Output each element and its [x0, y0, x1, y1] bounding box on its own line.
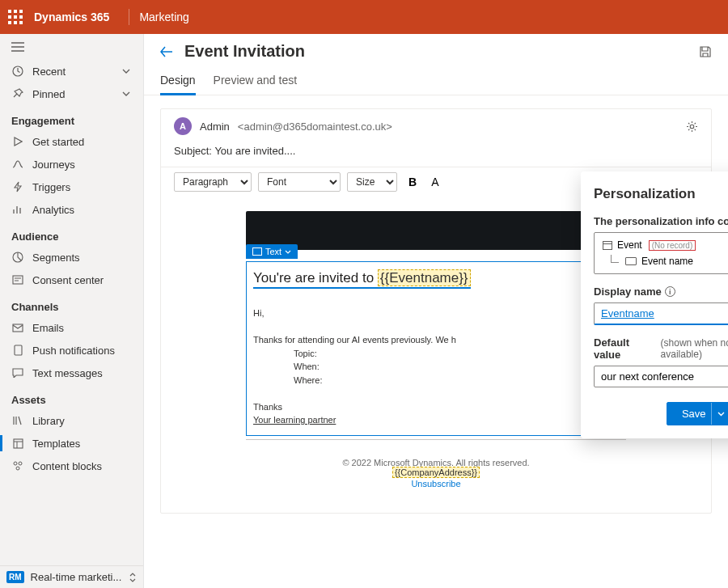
nav-recent[interactable]: Recent: [0, 60, 143, 82]
svg-point-26: [14, 462, 17, 465]
svg-point-27: [19, 462, 22, 465]
size-select[interactable]: Size: [347, 172, 397, 192]
svg-rect-8: [19, 21, 23, 24]
svg-rect-5: [19, 15, 23, 19]
font-color-button[interactable]: A: [428, 176, 442, 188]
info-icon[interactable]: i: [665, 286, 675, 297]
default-value-input[interactable]: [594, 366, 728, 387]
tab-design[interactable]: Design: [160, 64, 196, 95]
play-icon: [11, 135, 24, 148]
email-body: C Text You're are invited to {{Eventname…: [246, 211, 626, 489]
source-selector[interactable]: Event (No record) Event name: [594, 232, 728, 274]
chat-icon: [11, 366, 24, 379]
email-copyright: © 2022 Microsoft Dynamics. All rights re…: [246, 458, 626, 489]
nav-header-channels: Channels: [0, 291, 143, 316]
sender-email: <admin@d365domaintest.co.uk>: [238, 121, 392, 133]
source-field: Event name: [641, 256, 693, 267]
app-launcher-icon[interactable]: [8, 10, 23, 24]
save-icon[interactable]: [699, 45, 712, 58]
save-split-chevron[interactable]: [711, 403, 728, 425]
font-select[interactable]: Font: [258, 172, 341, 192]
tab-preview[interactable]: Preview and test: [214, 64, 298, 95]
subject-label: Subject:: [174, 145, 212, 157]
app-topbar: Dynamics 365 Marketing: [0, 0, 728, 34]
editor-tabs: Design Preview and test: [144, 64, 728, 95]
text-block-selected[interactable]: Text You're are invited to {{Eventname}}…: [246, 261, 626, 436]
blocks-icon: [11, 459, 24, 472]
page-title: Event Invitation: [184, 42, 305, 61]
chart-icon: [11, 203, 24, 216]
nav-pinned[interactable]: Pinned: [0, 82, 143, 105]
nav-header-engagement: Engagement: [0, 105, 143, 130]
svg-line-22: [19, 417, 21, 425]
nav-library[interactable]: Library: [0, 409, 143, 432]
nav-templates[interactable]: Templates: [0, 432, 143, 455]
brand-label[interactable]: Dynamics 365: [34, 11, 109, 23]
paragraph-select[interactable]: Paragraph: [174, 172, 252, 192]
default-value-label: Default value (shown when no data is ava…: [594, 336, 728, 361]
save-button[interactable]: Save: [667, 402, 728, 425]
subject-value: You are invited....: [214, 145, 295, 157]
phone-icon: [11, 344, 24, 357]
svg-rect-23: [14, 439, 23, 448]
svg-rect-7: [14, 21, 17, 24]
chevron-down-icon: [122, 91, 132, 96]
nav-triggers[interactable]: Triggers: [0, 176, 143, 198]
personalization-flyout: Personalization The personalization info…: [581, 171, 728, 438]
subject-row[interactable]: Subject: You are invited....: [161, 142, 711, 167]
app-area-label[interactable]: Marketing: [139, 11, 188, 23]
nav-analytics[interactable]: Analytics: [0, 198, 143, 221]
source-entity: Event: [617, 239, 642, 251]
nav-text-messages[interactable]: Text messages: [0, 362, 143, 384]
journeys-icon: [11, 158, 24, 171]
unsubscribe-link[interactable]: Unsubscribe: [246, 479, 626, 489]
nav-collapse-button[interactable]: [0, 34, 143, 60]
from-row: A Admin <admin@d365domaintest.co.uk>: [161, 109, 711, 142]
display-name-label: Display namei: [594, 286, 728, 298]
nav-consent-center[interactable]: Consent center: [0, 269, 143, 291]
svg-rect-1: [14, 10, 17, 13]
pin-icon: [11, 87, 24, 100]
nav-area-switcher[interactable]: RM Real-time marketi...: [0, 565, 143, 588]
hero-block[interactable]: C: [246, 211, 626, 250]
svg-rect-3: [8, 15, 11, 19]
field-icon: [625, 257, 637, 265]
email-body-text[interactable]: Hi, Thanks for attending our AI events p…: [253, 307, 619, 427]
library-icon: [11, 414, 24, 427]
nav-emails[interactable]: Emails: [0, 316, 143, 339]
nav-segments[interactable]: Segments: [0, 246, 143, 269]
lightning-icon: [11, 180, 24, 193]
flyout-title: Personalization: [594, 186, 728, 202]
consent-icon: [11, 273, 24, 286]
svg-rect-6: [8, 21, 11, 24]
svg-point-29: [690, 125, 694, 129]
bold-button[interactable]: B: [404, 176, 421, 188]
svg-point-28: [16, 467, 19, 470]
sender-avatar: A: [174, 117, 192, 135]
display-name-input[interactable]: [594, 302, 728, 325]
email-heading[interactable]: You're are invited to {{Eventname}}: [253, 270, 471, 289]
mail-icon: [11, 321, 24, 334]
topbar-divider: [129, 9, 129, 25]
token-company-address[interactable]: {{CompanyAddress}}: [392, 467, 480, 478]
svg-rect-4: [14, 15, 17, 19]
nav-push[interactable]: Push notifications: [0, 339, 143, 362]
page-header: Event Invitation: [144, 34, 728, 64]
area-label: Real-time marketi...: [31, 571, 122, 583]
settings-gear-icon[interactable]: [686, 121, 698, 133]
clock-icon: [11, 65, 24, 78]
updown-icon: [129, 572, 137, 583]
no-record-badge: (No record): [649, 240, 696, 251]
chevron-down-icon: [122, 69, 132, 74]
tree-connector-icon: [611, 255, 619, 263]
left-nav: Recent Pinned Engagement Get started Jou…: [0, 34, 144, 588]
nav-journeys[interactable]: Journeys: [0, 153, 143, 176]
nav-get-started[interactable]: Get started: [0, 130, 143, 153]
back-button[interactable]: [160, 46, 173, 57]
svg-rect-19: [15, 345, 22, 355]
block-type-pill[interactable]: Text: [246, 244, 298, 259]
area-badge: RM: [6, 571, 24, 583]
nav-content-blocks[interactable]: Content blocks: [0, 455, 143, 477]
main-content: Event Invitation Design Preview and test…: [144, 34, 728, 588]
token-eventname[interactable]: {{Eventname}}: [378, 269, 471, 286]
